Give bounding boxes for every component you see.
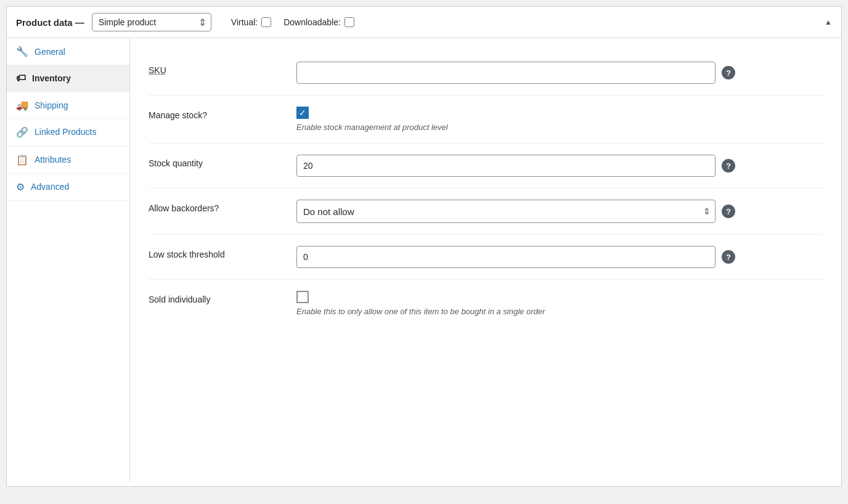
checkmark-icon: ✓	[299, 108, 306, 117]
product-data-body: 🔧 General 🏷 Inventory 🚚 Shipping 🔗 Linke…	[7, 38, 841, 482]
sku-input-row: ?	[296, 62, 823, 84]
sidebar-item-label: Linked Products	[35, 126, 96, 139]
sold-individually-input-row: ✓	[296, 291, 823, 303]
stock-quantity-label: Stock quantity	[149, 155, 284, 168]
manage-stock-checkbox[interactable]: ✓	[296, 107, 309, 119]
downloadable-checkbox[interactable]	[344, 17, 354, 27]
sku-label: SKU	[149, 62, 284, 75]
sold-individually-hint: Enable this to only allow one of this it…	[296, 307, 728, 316]
manage-stock-input-row: ✓	[296, 107, 823, 119]
sidebar-item-inventory[interactable]: 🏷 Inventory	[7, 65, 129, 92]
sidebar-item-label: Inventory	[32, 73, 71, 83]
allow-backorders-content: Do not allow Allow, but notify customer …	[296, 200, 823, 223]
sidebar: 🔧 General 🏷 Inventory 🚚 Shipping 🔗 Linke…	[7, 38, 130, 482]
low-stock-threshold-input[interactable]	[296, 246, 716, 268]
allow-backorders-input-row: Do not allow Allow, but notify customer …	[296, 200, 823, 223]
sold-individually-content: ✓ Enable this to only allow one of this …	[296, 291, 823, 316]
stock-quantity-input[interactable]	[296, 155, 716, 177]
virtual-label: Virtual:	[231, 17, 258, 27]
sidebar-item-label: Advanced	[31, 182, 69, 192]
allow-backorders-select-wrapper[interactable]: Do not allow Allow, but notify customer …	[296, 200, 716, 223]
low-stock-threshold-help-icon[interactable]: ?	[722, 250, 735, 264]
downloadable-label: Downloadable:	[283, 17, 341, 27]
stock-quantity-help-icon[interactable]: ?	[722, 159, 735, 173]
downloadable-option[interactable]: Downloadable:	[283, 17, 354, 27]
sidebar-item-advanced[interactable]: ⚙ Advanced	[7, 174, 129, 201]
truck-icon: 🚚	[16, 99, 28, 111]
title-text: Product data	[16, 17, 73, 28]
header-options: Virtual: Downloadable:	[231, 17, 354, 27]
tag-icon: 🏷	[16, 73, 26, 84]
sku-input[interactable]	[296, 62, 716, 84]
sku-field-row: SKU ?	[149, 51, 823, 96]
sidebar-item-linked-products[interactable]: 🔗 Linked Products	[7, 119, 129, 147]
allow-backorders-help-icon[interactable]: ?	[722, 205, 735, 218]
sold-individually-field-row: Sold individually ✓ Enable this to only …	[149, 280, 823, 327]
virtual-option[interactable]: Virtual:	[231, 17, 271, 27]
sidebar-item-label: Attributes	[35, 155, 71, 165]
sku-content: ?	[296, 62, 823, 84]
product-data-title: Product data —	[16, 17, 84, 28]
sold-individually-label: Sold individually	[149, 291, 284, 304]
low-stock-threshold-field-row: Low stock threshold ?	[149, 235, 823, 280]
product-data-header: Product data — Simple product Variable p…	[7, 7, 841, 38]
allow-backorders-field-row: Allow backorders? Do not allow Allow, bu…	[149, 189, 823, 235]
allow-backorders-select[interactable]: Do not allow Allow, but notify customer …	[296, 200, 716, 223]
sidebar-item-attributes[interactable]: 📋 Attributes	[7, 147, 129, 174]
sidebar-item-shipping[interactable]: 🚚 Shipping	[7, 92, 129, 119]
gear-icon: ⚙	[16, 181, 25, 193]
low-stock-threshold-input-row: ?	[296, 246, 823, 268]
low-stock-threshold-content: ?	[296, 246, 823, 268]
stock-quantity-input-row: ?	[296, 155, 823, 177]
stock-quantity-content: ?	[296, 155, 823, 177]
list-icon: 📋	[16, 154, 28, 166]
manage-stock-hint: Enable stock management at product level	[296, 123, 728, 132]
wrench-icon: 🔧	[16, 46, 28, 57]
product-type-wrapper[interactable]: Simple product Variable product Grouped …	[92, 13, 211, 31]
sidebar-item-label: Shipping	[35, 100, 68, 110]
product-data-panel: Product data — Simple product Variable p…	[6, 6, 842, 487]
product-type-select[interactable]: Simple product Variable product Grouped …	[92, 13, 211, 31]
manage-stock-content: ✓ Enable stock management at product lev…	[296, 107, 823, 132]
sidebar-item-general[interactable]: 🔧 General	[7, 38, 129, 65]
manage-stock-label: Manage stock?	[149, 107, 284, 120]
virtual-checkbox[interactable]	[261, 17, 271, 27]
main-content: SKU ? Manage stock? ✓ En	[130, 38, 841, 482]
title-dash: —	[75, 17, 84, 28]
sidebar-item-label: General	[35, 47, 65, 57]
low-stock-threshold-label: Low stock threshold	[149, 246, 284, 259]
manage-stock-field-row: Manage stock? ✓ Enable stock management …	[149, 96, 823, 144]
collapse-icon[interactable]: ▲	[825, 18, 832, 26]
sku-help-icon[interactable]: ?	[722, 66, 735, 79]
stock-quantity-field-row: Stock quantity ?	[149, 144, 823, 189]
link-icon: 🔗	[16, 126, 28, 138]
sold-individually-checkbox[interactable]: ✓	[296, 291, 309, 303]
allow-backorders-label: Allow backorders?	[149, 200, 284, 213]
